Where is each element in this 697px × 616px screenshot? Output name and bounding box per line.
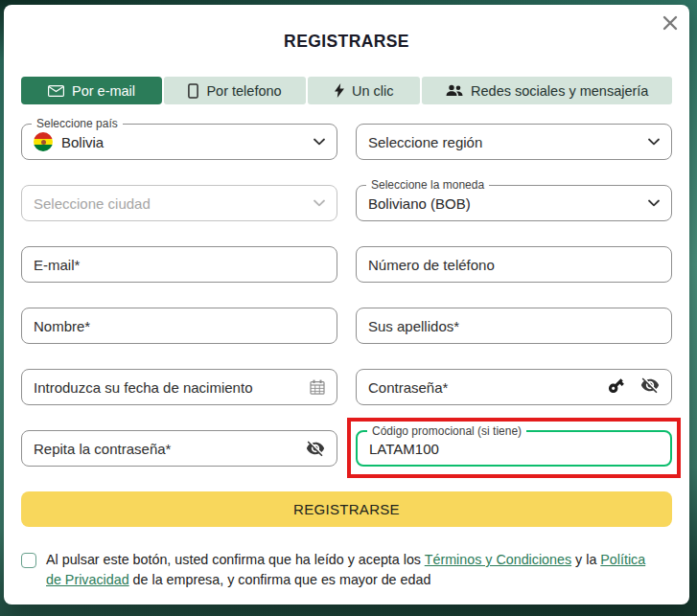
country-select[interactable]: Seleccione país (21, 124, 337, 160)
tab-label: Por telefono (206, 83, 281, 99)
bolivia-flag-icon (34, 132, 53, 151)
password-field[interactable] (368, 370, 598, 404)
city-input (34, 186, 305, 220)
promo-code-wrap: Código promocional (si tiene) (356, 430, 672, 467)
phone-field-wrap (356, 246, 672, 283)
currency-select[interactable]: Seleccione la moneda (356, 185, 672, 221)
chevron-down-icon (648, 199, 660, 207)
tab-label: Un clic (352, 83, 394, 99)
birthdate-field-wrap (21, 369, 337, 405)
terms-text-after: de la empresa, y confirma que es mayor d… (129, 572, 431, 587)
chevron-down-icon (314, 199, 325, 207)
bolt-icon (335, 83, 344, 98)
city-select[interactable] (21, 185, 337, 221)
registration-method-tabs: Por e-mail Por telefono Un clic Redes so… (21, 77, 672, 104)
email-field[interactable] (34, 247, 325, 282)
email-field-wrap (21, 246, 337, 283)
tab-label: Redes sociales y mensajería (471, 83, 648, 99)
terms-and-conditions-link[interactable]: Términos y Condiciones (425, 552, 571, 567)
promo-code-field-wrap: Código promocional (si tiene) (356, 430, 672, 467)
tab-redes-sociales[interactable]: Redes sociales y mensajería (422, 77, 672, 104)
calendar-icon[interactable] (310, 379, 325, 395)
first-name-field[interactable] (34, 308, 325, 343)
chevron-down-icon (648, 138, 660, 146)
smartphone-icon (188, 83, 198, 99)
close-icon[interactable] (660, 12, 681, 34)
terms-checkbox[interactable] (21, 553, 36, 568)
terms-text-middle: y la (571, 552, 600, 567)
terms-row: Al pulsar este botón, usted confirma que… (21, 550, 672, 591)
registration-modal: REGISTRARSE Por e-mail Por telefono Un c… (4, 5, 689, 605)
repeat-password-field-wrap (21, 430, 337, 467)
region-input[interactable] (368, 125, 639, 159)
tab-un-clic[interactable]: Un clic (308, 77, 420, 104)
chevron-down-icon (314, 138, 325, 146)
tab-por-email[interactable]: Por e-mail (21, 77, 162, 104)
registration-form: Seleccione país Seleccione la moneda (21, 124, 672, 467)
currency-label: Seleccione la moneda (366, 178, 489, 192)
eye-off-icon[interactable] (640, 376, 660, 399)
country-label: Seleccione país (32, 117, 123, 130)
promo-label: Código promocional (si tiene) (367, 424, 526, 438)
last-name-field-wrap (356, 308, 672, 344)
first-name-field-wrap (21, 308, 337, 344)
repeat-password-field[interactable] (34, 431, 297, 466)
phone-field[interactable] (368, 247, 660, 282)
key-icon[interactable] (607, 376, 625, 399)
terms-text-before: Al pulsar este botón, usted confirma que… (46, 552, 425, 567)
birthdate-field[interactable] (34, 370, 301, 404)
register-button[interactable]: REGISTRARSE (21, 491, 672, 527)
password-field-wrap (356, 369, 672, 405)
tab-por-telefono[interactable]: Por telefono (164, 77, 306, 104)
terms-text: Al pulsar este botón, usted confirma que… (46, 550, 664, 591)
envelope-icon (48, 85, 64, 97)
page-title: REGISTRARSE (21, 32, 672, 52)
last-name-field[interactable] (368, 308, 660, 343)
region-select[interactable] (356, 124, 672, 160)
people-icon (446, 84, 463, 97)
eye-off-icon[interactable] (306, 439, 325, 458)
tab-label: Por e-mail (72, 83, 135, 99)
